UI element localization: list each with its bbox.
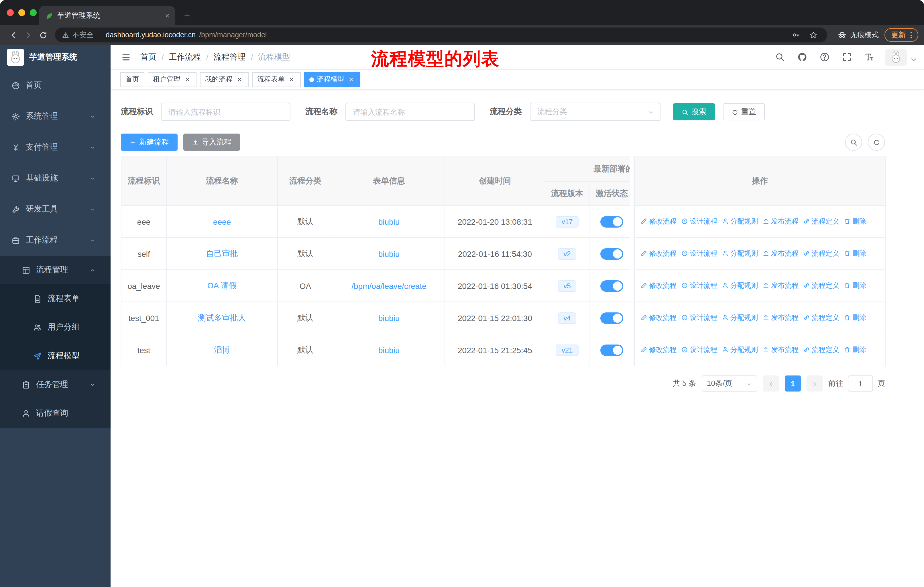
action-design[interactable]: 设计流程 — [681, 345, 717, 355]
action-publish[interactable]: 发布流程 — [762, 345, 799, 355]
sidebar-item-0[interactable]: 首页 — [0, 70, 111, 101]
action-assign[interactable]: 分配规则 — [722, 249, 758, 258]
process-name-link[interactable]: OA 请假 — [207, 281, 237, 290]
action-delete[interactable]: 删除 — [844, 313, 866, 323]
passwords-icon[interactable] — [789, 28, 803, 42]
security-indicator[interactable]: 不安全 — [62, 30, 94, 40]
process-name-input[interactable] — [345, 103, 475, 121]
browser-update-button[interactable]: 更新 — [884, 28, 918, 42]
breadcrumb-item[interactable]: 流程管理 — [214, 52, 246, 62]
browser-menu-icon[interactable] — [907, 31, 916, 39]
action-delete[interactable]: 删除 — [844, 217, 866, 227]
action-definition[interactable]: 流程定义 — [803, 345, 839, 355]
action-edit[interactable]: 修改流程 — [640, 281, 676, 291]
tab-4[interactable]: 流程模型× — [304, 72, 360, 87]
process-name-link[interactable]: 测试多审批人 — [198, 313, 246, 322]
goto-page-input[interactable] — [848, 375, 873, 392]
action-edit[interactable]: 修改流程 — [640, 345, 676, 355]
import-process-button[interactable]: 导入流程 — [183, 134, 240, 151]
action-publish[interactable]: 发布流程 — [762, 249, 799, 258]
hamburger-icon[interactable] — [120, 51, 132, 63]
action-assign[interactable]: 分配规则 — [722, 345, 758, 355]
toggle-search-button[interactable] — [845, 134, 862, 151]
sidebar-item-5[interactable]: 工作流程 — [0, 225, 111, 256]
action-definition[interactable]: 流程定义 — [803, 249, 839, 258]
sidebar-item-4[interactable]: 研发工具 — [0, 194, 111, 225]
form-link[interactable]: biubiu — [378, 313, 400, 322]
form-link[interactable]: biubiu — [378, 217, 400, 226]
active-toggle[interactable] — [601, 344, 623, 356]
zoom-window-button[interactable] — [30, 9, 37, 16]
search-button[interactable] — [773, 51, 786, 63]
sidebar-item-3[interactable]: 基础设施 — [0, 163, 111, 194]
action-delete[interactable]: 删除 — [844, 281, 866, 291]
action-publish[interactable]: 发布流程 — [762, 313, 799, 323]
sidebar-item-6[interactable]: 流程管理 — [0, 256, 111, 284]
category-select[interactable]: 流程分类 — [530, 103, 660, 121]
tab-3[interactable]: 流程表单× — [252, 72, 301, 87]
action-definition[interactable]: 流程定义 — [803, 217, 839, 227]
process-name-link[interactable]: eeee — [213, 217, 231, 226]
tab-0[interactable]: 首页 — [120, 72, 144, 87]
action-publish[interactable]: 发布流程 — [762, 281, 799, 291]
github-button[interactable] — [796, 51, 808, 63]
page-size-select[interactable]: 10条/页 — [702, 375, 757, 392]
action-publish[interactable]: 发布流程 — [762, 217, 799, 227]
process-name-link[interactable]: 自己审批 — [206, 248, 238, 258]
close-icon[interactable]: × — [287, 75, 295, 83]
next-page-button[interactable] — [807, 375, 823, 392]
browser-tab[interactable]: 芋道管理系统 × — [39, 6, 175, 25]
sidebar-item-1[interactable]: 系统管理 — [0, 101, 111, 132]
close-icon[interactable]: × — [183, 75, 191, 83]
create-process-button[interactable]: 新建流程 — [121, 134, 178, 151]
action-assign[interactable]: 分配规则 — [722, 313, 758, 323]
tab-1[interactable]: 租户管理× — [148, 72, 196, 87]
sidebar-item-9[interactable]: 流程模型 — [0, 342, 111, 370]
sidebar-item-8[interactable]: 用户分组 — [0, 313, 111, 342]
sidebar-item-11[interactable]: 请假查询 — [0, 399, 111, 428]
form-link[interactable]: biubiu — [378, 346, 400, 355]
minimize-window-button[interactable] — [18, 9, 25, 16]
form-link[interactable]: /bpm/oa/leave/create — [351, 281, 426, 290]
process-name-link[interactable]: 滔博 — [214, 345, 230, 354]
question-button[interactable] — [818, 51, 831, 63]
tab-close-icon[interactable]: × — [165, 11, 170, 20]
current-page[interactable]: 1 — [785, 375, 801, 392]
reload-button[interactable] — [36, 28, 50, 42]
action-design[interactable]: 设计流程 — [681, 249, 717, 258]
refresh-table-button[interactable] — [868, 134, 885, 151]
action-delete[interactable]: 删除 — [844, 249, 866, 258]
fullscreen-button[interactable] — [840, 51, 853, 63]
address-bar[interactable]: 不安全 dashboard.yudao.iocoder.cn/bpm/manag… — [55, 28, 827, 42]
breadcrumb-item[interactable]: 工作流程 — [169, 52, 201, 62]
action-edit[interactable]: 修改流程 — [640, 249, 676, 258]
action-definition[interactable]: 流程定义 — [803, 281, 839, 291]
action-definition[interactable]: 流程定义 — [803, 313, 839, 323]
active-toggle[interactable] — [601, 312, 623, 324]
bookmark-star-icon[interactable] — [807, 28, 820, 42]
prev-page-button[interactable] — [763, 375, 779, 392]
active-toggle[interactable] — [601, 248, 623, 260]
active-toggle[interactable] — [601, 280, 623, 291]
reset-button[interactable]: 重置 — [723, 103, 765, 121]
close-icon[interactable]: × — [347, 75, 355, 83]
action-edit[interactable]: 修改流程 — [640, 217, 676, 227]
action-delete[interactable]: 删除 — [844, 345, 866, 355]
form-link[interactable]: biubiu — [378, 249, 400, 258]
action-design[interactable]: 设计流程 — [681, 281, 717, 291]
sidebar-item-2[interactable]: 支付管理 — [0, 132, 111, 163]
action-design[interactable]: 设计流程 — [681, 217, 717, 227]
search-button[interactable]: 搜索 — [673, 103, 715, 121]
action-assign[interactable]: 分配规则 — [722, 217, 758, 227]
sidebar-item-7[interactable]: 流程表单 — [0, 284, 111, 313]
action-edit[interactable]: 修改流程 — [640, 313, 676, 323]
breadcrumb-item[interactable]: 首页 — [140, 52, 157, 62]
action-assign[interactable]: 分配规则 — [722, 281, 758, 291]
sidebar-item-10[interactable]: 任务管理 — [0, 370, 111, 399]
active-toggle[interactable] — [601, 216, 623, 227]
close-icon[interactable]: × — [236, 75, 243, 83]
close-window-button[interactable] — [7, 9, 14, 16]
user-avatar[interactable] — [885, 48, 915, 66]
process-key-input[interactable] — [161, 103, 290, 121]
forward-button[interactable] — [21, 28, 36, 42]
